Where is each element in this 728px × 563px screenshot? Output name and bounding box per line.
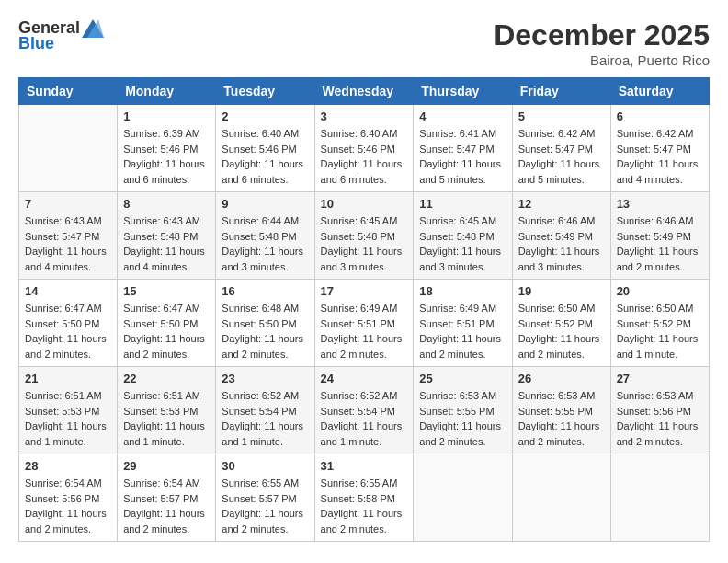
table-row: 5Sunrise: 6:42 AMSunset: 5:47 PMDaylight… — [512, 105, 610, 192]
day-number: 5 — [518, 109, 605, 123]
day-number: 12 — [518, 197, 605, 211]
table-row: 29Sunrise: 6:54 AMSunset: 5:57 PMDayligh… — [118, 454, 216, 542]
calendar-week-row: 21Sunrise: 6:51 AMSunset: 5:53 PMDayligh… — [19, 367, 710, 454]
header-friday: Friday — [512, 78, 610, 105]
day-info: Sunrise: 6:51 AMSunset: 5:53 PMDaylight:… — [123, 388, 210, 449]
day-number: 30 — [222, 459, 308, 473]
day-info: Sunrise: 6:50 AMSunset: 5:52 PMDaylight:… — [617, 301, 703, 362]
header-tuesday: Tuesday — [216, 78, 314, 105]
day-info: Sunrise: 6:55 AMSunset: 5:57 PMDaylight:… — [222, 476, 308, 536]
day-number: 21 — [25, 372, 111, 385]
table-row: 3Sunrise: 6:40 AMSunset: 5:46 PMDaylight… — [314, 105, 414, 192]
day-info: Sunrise: 6:43 AMSunset: 5:47 PMDaylight:… — [25, 213, 111, 274]
table-row — [19, 105, 118, 192]
day-info: Sunrise: 6:52 AMSunset: 5:54 PMDaylight:… — [321, 388, 408, 449]
day-info: Sunrise: 6:45 AMSunset: 5:48 PMDaylight:… — [419, 213, 506, 274]
day-info: Sunrise: 6:39 AMSunset: 5:46 PMDaylight:… — [123, 126, 210, 187]
day-number: 19 — [518, 284, 605, 298]
day-number: 28 — [25, 459, 111, 473]
table-row: 16Sunrise: 6:48 AMSunset: 5:50 PMDayligh… — [216, 280, 314, 367]
table-row: 2Sunrise: 6:40 AMSunset: 5:46 PMDaylight… — [216, 105, 314, 192]
day-number: 10 — [321, 197, 408, 211]
day-number: 9 — [222, 197, 308, 211]
day-info: Sunrise: 6:54 AMSunset: 5:57 PMDaylight:… — [123, 476, 210, 536]
location-subtitle: Bairoa, Puerto Rico — [494, 52, 710, 68]
calendar-week-row: 28Sunrise: 6:54 AMSunset: 5:56 PMDayligh… — [19, 454, 710, 542]
day-number: 26 — [518, 372, 605, 385]
table-row: 22Sunrise: 6:51 AMSunset: 5:53 PMDayligh… — [118, 367, 216, 454]
day-info: Sunrise: 6:53 AMSunset: 5:55 PMDaylight:… — [419, 388, 506, 449]
table-row: 13Sunrise: 6:46 AMSunset: 5:49 PMDayligh… — [610, 192, 709, 280]
day-info: Sunrise: 6:46 AMSunset: 5:49 PMDaylight:… — [518, 213, 605, 274]
day-info: Sunrise: 6:52 AMSunset: 5:54 PMDaylight:… — [222, 388, 308, 449]
table-row: 24Sunrise: 6:52 AMSunset: 5:54 PMDayligh… — [314, 367, 414, 454]
day-info: Sunrise: 6:47 AMSunset: 5:50 PMDaylight:… — [123, 301, 210, 362]
table-row: 7Sunrise: 6:43 AMSunset: 5:47 PMDaylight… — [19, 192, 118, 280]
day-number: 8 — [123, 197, 210, 211]
day-number: 16 — [222, 284, 308, 298]
day-info: Sunrise: 6:46 AMSunset: 5:49 PMDaylight:… — [617, 213, 703, 274]
day-number: 6 — [617, 109, 703, 123]
table-row: 11Sunrise: 6:45 AMSunset: 5:48 PMDayligh… — [414, 192, 512, 280]
day-info: Sunrise: 6:55 AMSunset: 5:58 PMDaylight:… — [321, 476, 408, 536]
table-row: 17Sunrise: 6:49 AMSunset: 5:51 PMDayligh… — [314, 280, 414, 367]
table-row: 27Sunrise: 6:53 AMSunset: 5:56 PMDayligh… — [610, 367, 709, 454]
table-row: 28Sunrise: 6:54 AMSunset: 5:56 PMDayligh… — [19, 454, 118, 542]
calendar-header-row: Sunday Monday Tuesday Wednesday Thursday… — [19, 78, 710, 105]
table-row: 9Sunrise: 6:44 AMSunset: 5:48 PMDaylight… — [216, 192, 314, 280]
table-row: 10Sunrise: 6:45 AMSunset: 5:48 PMDayligh… — [314, 192, 414, 280]
day-number: 3 — [321, 109, 408, 123]
day-info: Sunrise: 6:49 AMSunset: 5:51 PMDaylight:… — [321, 301, 408, 362]
page-header: General Blue December 2025 Bairoa, Puert… — [18, 18, 710, 68]
logo: General Blue — [18, 18, 102, 53]
day-number: 17 — [321, 284, 408, 298]
table-row: 23Sunrise: 6:52 AMSunset: 5:54 PMDayligh… — [216, 367, 314, 454]
day-info: Sunrise: 6:47 AMSunset: 5:50 PMDaylight:… — [25, 301, 111, 362]
day-info: Sunrise: 6:45 AMSunset: 5:48 PMDaylight:… — [321, 213, 408, 274]
table-row: 14Sunrise: 6:47 AMSunset: 5:50 PMDayligh… — [19, 280, 118, 367]
day-number: 1 — [123, 109, 210, 123]
header-thursday: Thursday — [414, 78, 512, 105]
day-number: 20 — [617, 284, 703, 298]
day-number: 31 — [321, 459, 408, 473]
day-info: Sunrise: 6:54 AMSunset: 5:56 PMDaylight:… — [25, 476, 111, 536]
day-number: 29 — [123, 459, 210, 473]
table-row: 20Sunrise: 6:50 AMSunset: 5:52 PMDayligh… — [610, 280, 709, 367]
table-row: 30Sunrise: 6:55 AMSunset: 5:57 PMDayligh… — [216, 454, 314, 542]
day-number: 23 — [222, 372, 308, 385]
day-info: Sunrise: 6:44 AMSunset: 5:48 PMDaylight:… — [222, 213, 308, 274]
day-info: Sunrise: 6:42 AMSunset: 5:47 PMDaylight:… — [518, 126, 605, 187]
table-row: 4Sunrise: 6:41 AMSunset: 5:47 PMDaylight… — [414, 105, 512, 192]
day-number: 13 — [617, 197, 703, 211]
day-info: Sunrise: 6:53 AMSunset: 5:55 PMDaylight:… — [518, 388, 605, 449]
day-number: 7 — [25, 197, 111, 211]
table-row: 18Sunrise: 6:49 AMSunset: 5:51 PMDayligh… — [414, 280, 512, 367]
day-number: 15 — [123, 284, 210, 298]
day-info: Sunrise: 6:51 AMSunset: 5:53 PMDaylight:… — [25, 388, 111, 449]
day-number: 18 — [419, 284, 506, 298]
day-number: 24 — [321, 372, 408, 385]
header-saturday: Saturday — [610, 78, 709, 105]
day-info: Sunrise: 6:49 AMSunset: 5:51 PMDaylight:… — [419, 301, 506, 362]
table-row: 26Sunrise: 6:53 AMSunset: 5:55 PMDayligh… — [512, 367, 610, 454]
day-number: 22 — [123, 372, 210, 385]
day-info: Sunrise: 6:41 AMSunset: 5:47 PMDaylight:… — [419, 126, 506, 187]
day-info: Sunrise: 6:40 AMSunset: 5:46 PMDaylight:… — [222, 126, 308, 187]
table-row: 8Sunrise: 6:43 AMSunset: 5:48 PMDaylight… — [118, 192, 216, 280]
title-section: December 2025 Bairoa, Puerto Rico — [494, 18, 710, 68]
table-row: 15Sunrise: 6:47 AMSunset: 5:50 PMDayligh… — [118, 280, 216, 367]
table-row — [414, 454, 512, 542]
header-monday: Monday — [118, 78, 216, 105]
calendar-table: Sunday Monday Tuesday Wednesday Thursday… — [18, 77, 710, 542]
day-number: 27 — [617, 372, 703, 385]
calendar-week-row: 7Sunrise: 6:43 AMSunset: 5:47 PMDaylight… — [19, 192, 710, 280]
table-row — [512, 454, 610, 542]
table-row: 12Sunrise: 6:46 AMSunset: 5:49 PMDayligh… — [512, 192, 610, 280]
day-info: Sunrise: 6:53 AMSunset: 5:56 PMDaylight:… — [617, 388, 703, 449]
day-number: 25 — [419, 372, 506, 385]
day-info: Sunrise: 6:48 AMSunset: 5:50 PMDaylight:… — [222, 301, 308, 362]
day-info: Sunrise: 6:43 AMSunset: 5:48 PMDaylight:… — [123, 213, 210, 274]
header-wednesday: Wednesday — [314, 78, 414, 105]
day-number: 4 — [419, 109, 506, 123]
table-row: 19Sunrise: 6:50 AMSunset: 5:52 PMDayligh… — [512, 280, 610, 367]
